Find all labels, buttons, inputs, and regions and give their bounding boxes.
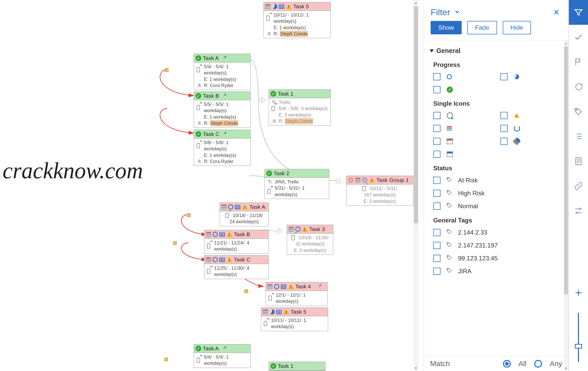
link-pin[interactable] bbox=[173, 241, 177, 245]
checkbox[interactable] bbox=[433, 138, 440, 145]
checkbox[interactable] bbox=[500, 73, 508, 80]
mindmap-canvas[interactable]: Task 5 10/11/ - 10/11/: 1 workday(s) E: … bbox=[0, 0, 419, 371]
rail-add-button[interactable]: ＋ bbox=[569, 281, 588, 304]
link-pin[interactable] bbox=[164, 358, 168, 361]
node-task5-bottom[interactable]: Task 5 10/11/ - 10/11/: 1 workday(s) bbox=[261, 307, 328, 331]
jump-icon[interactable] bbox=[222, 345, 227, 351]
rail-link-button[interactable] bbox=[569, 174, 588, 198]
scroll-up-icon[interactable]: ▲ bbox=[564, 41, 568, 46]
checkbox[interactable] bbox=[433, 242, 440, 249]
rail-doc-button[interactable] bbox=[569, 149, 588, 174]
collapse-toggle[interactable]: − bbox=[277, 228, 282, 234]
effort-line: E: 3 workday(s) bbox=[279, 112, 311, 118]
rail-chat-button[interactable] bbox=[569, 74, 588, 99]
node-task5-top[interactable]: Task 5 10/11/ - 10/11/: 1 workday(s) E: … bbox=[264, 2, 331, 38]
gantt-icon bbox=[355, 178, 360, 182]
scroll-down-icon[interactable]: ▼ bbox=[413, 365, 419, 371]
calendar-icon bbox=[267, 189, 273, 194]
scroll-thumb[interactable] bbox=[564, 47, 568, 295]
jump-icon[interactable] bbox=[222, 131, 227, 137]
zoom-slider[interactable] bbox=[578, 304, 579, 371]
check-icon: ✓ bbox=[270, 91, 276, 97]
checkbox[interactable] bbox=[433, 229, 440, 236]
tag-icon bbox=[267, 179, 273, 185]
person-icon bbox=[266, 31, 272, 37]
date-line: 11/21/ - 11/24/: 4 workday(s) bbox=[214, 240, 266, 252]
match-any-radio[interactable] bbox=[534, 360, 542, 368]
node-task-c2[interactable]: Task C 11/25/ - 11/30/: 4 workday(s) bbox=[204, 255, 269, 279]
checkbox[interactable] bbox=[433, 86, 440, 93]
hide-button[interactable]: Hide bbox=[503, 21, 531, 34]
rail-filter-button[interactable] bbox=[569, 0, 588, 25]
gantt-icon bbox=[206, 232, 211, 237]
checkbox[interactable] bbox=[433, 125, 440, 132]
link-pin[interactable] bbox=[244, 289, 248, 293]
warning-icon bbox=[514, 113, 519, 118]
node-task-group1[interactable]: Task Group 1 10/11/ - 5/31/ 167 workday(… bbox=[346, 176, 413, 206]
node-task2[interactable]: ✓Task 2 JIRA, Trello 5/31/ - 5/31/: 1 wo… bbox=[265, 169, 329, 199]
svg-point-16 bbox=[576, 109, 577, 110]
canvas-scrollbar[interactable]: ▲ ▼ bbox=[413, 0, 419, 371]
slider-handle[interactable] bbox=[575, 344, 582, 349]
jump-icon[interactable] bbox=[222, 55, 227, 61]
milestone-icon bbox=[513, 137, 521, 145]
node-task-b2[interactable]: Task B 11/21/ - 11/24/: 4 workday(s) bbox=[204, 230, 269, 254]
rail-tag-button[interactable] bbox=[569, 99, 588, 124]
node-task1[interactable]: ✓Task 1 Trello 5/4/ - 5/8/: 3 workday(s)… bbox=[269, 89, 331, 126]
fade-button[interactable]: Fade bbox=[467, 21, 497, 34]
rail-settings-button[interactable] bbox=[569, 198, 588, 223]
show-button[interactable]: Show bbox=[431, 21, 462, 34]
gantt-icon bbox=[263, 310, 268, 314]
match-all-radio[interactable] bbox=[503, 360, 511, 368]
checkbox[interactable] bbox=[500, 125, 508, 132]
chevron-down-icon[interactable] bbox=[454, 7, 461, 17]
scroll-thumb[interactable] bbox=[414, 6, 418, 223]
status-label: High Risk bbox=[458, 190, 485, 197]
panel-scrollbar[interactable]: ▲ ▼ bbox=[564, 41, 568, 371]
caret-down-icon bbox=[430, 49, 434, 52]
link-pin[interactable] bbox=[165, 68, 168, 72]
link-pin[interactable] bbox=[187, 213, 191, 217]
calendar-icon bbox=[362, 186, 368, 191]
ring-icon bbox=[228, 204, 233, 210]
warning-icon bbox=[283, 310, 289, 314]
node-title: Task 4 bbox=[295, 283, 311, 290]
checkbox[interactable] bbox=[500, 138, 508, 145]
all-label: All bbox=[519, 360, 527, 368]
node-task3[interactable]: Task 3 10/18/ - 11/30/ 32 workday(s) E: … bbox=[287, 225, 333, 255]
collapse-toggle[interactable]: − bbox=[336, 179, 341, 184]
filter-title-row[interactable]: Filter bbox=[431, 7, 461, 17]
ring-icon bbox=[213, 257, 218, 262]
rail-list-button[interactable] bbox=[569, 124, 588, 149]
close-icon[interactable]: ✕ bbox=[553, 8, 560, 17]
warning-icon bbox=[369, 178, 375, 183]
checkbox[interactable] bbox=[433, 112, 440, 119]
section-general[interactable]: General bbox=[430, 47, 563, 55]
node-title: Task C bbox=[203, 131, 219, 137]
slider-track[interactable] bbox=[578, 313, 579, 362]
checkbox[interactable] bbox=[433, 203, 440, 210]
any-label: Any bbox=[550, 360, 562, 368]
checkbox[interactable] bbox=[433, 255, 440, 262]
checkbox[interactable] bbox=[433, 177, 440, 184]
node-task1-bottom[interactable]: ✓Task 1 bbox=[269, 362, 326, 371]
scroll-up-icon[interactable]: ▲ bbox=[413, 0, 419, 6]
checkbox[interactable] bbox=[433, 73, 440, 80]
node-task-a2[interactable]: Task A 10/18/ - 11/18/ 24 workday(s) bbox=[220, 203, 269, 226]
collapse-toggle[interactable]: − bbox=[259, 98, 265, 103]
node-title: Task B bbox=[234, 231, 250, 237]
checkbox[interactable] bbox=[500, 112, 508, 119]
svg-point-0 bbox=[268, 32, 270, 34]
svg-point-2 bbox=[199, 122, 200, 123]
checkbox[interactable] bbox=[433, 151, 440, 158]
rail-check-button[interactable] bbox=[569, 25, 588, 50]
effort-line: E: 0 workday(s) bbox=[294, 247, 326, 253]
rail-flag-button[interactable] bbox=[569, 50, 588, 74]
node-title: Task B bbox=[203, 93, 219, 99]
calendar-icon bbox=[226, 213, 231, 218]
checkbox[interactable] bbox=[433, 268, 440, 275]
jump-icon[interactable] bbox=[222, 92, 227, 99]
clock-blue-icon bbox=[362, 177, 368, 183]
jump-icon[interactable] bbox=[317, 283, 322, 289]
checkbox[interactable] bbox=[433, 190, 440, 197]
